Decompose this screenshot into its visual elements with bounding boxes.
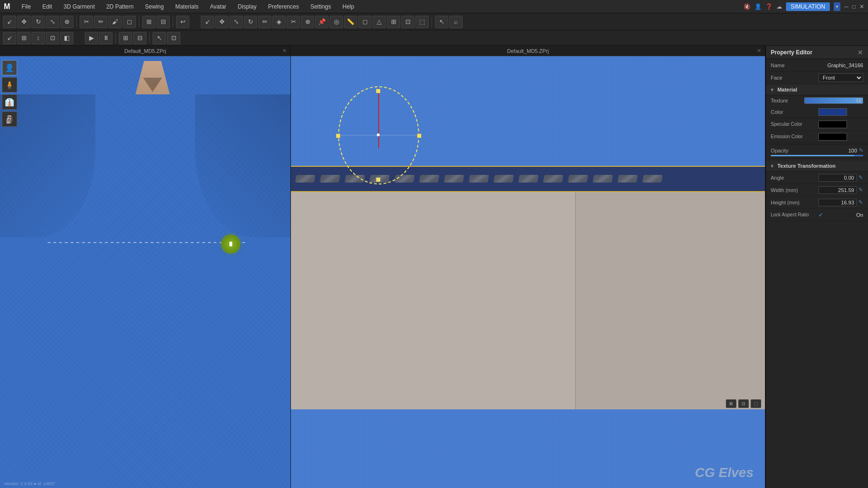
sim-dropdown-icon[interactable]: ▾ (834, 2, 840, 11)
2d-pen-btn[interactable]: ✏ (258, 16, 271, 28)
prop-specular-label: Specular Color (771, 122, 818, 127)
2d-zoom-btn[interactable]: ⌕ (449, 16, 463, 28)
handle-left[interactable] (336, 133, 341, 138)
menu-help[interactable]: Help (341, 2, 356, 11)
avatar-thumb-3[interactable]: 👔 (2, 94, 17, 110)
prop-width-edit-icon[interactable]: ✎ (858, 187, 863, 193)
2d-rotate-btn[interactable]: ↻ (244, 16, 257, 28)
2d-cursor-btn[interactable]: ↖ (435, 16, 448, 28)
2d-play-btn[interactable]: ▶ (85, 32, 98, 44)
handle-top[interactable] (376, 89, 381, 93)
menu-file[interactable]: File (20, 2, 32, 11)
undo-btn[interactable]: ↩ (176, 16, 189, 28)
tool-indicator[interactable] (221, 234, 240, 254)
2d-move-btn[interactable]: ✥ (215, 16, 228, 28)
menu-display[interactable]: Display (236, 2, 258, 11)
edit-tool-btn[interactable]: ✂ (80, 16, 93, 28)
move-tool-btn[interactable]: ✥ (17, 16, 31, 28)
2d-cursor2-btn[interactable]: ↖ (153, 32, 166, 44)
2d-scale-btn[interactable]: ⤡ (229, 16, 243, 28)
2d-layout-btn-3[interactable]: ⬚ (751, 399, 761, 408)
2d-internal-btn[interactable]: ◻ (358, 16, 372, 28)
texture-transform-section-header[interactable]: ▼ Texture Transformation (766, 161, 868, 172)
speaker-icon[interactable]: 🔇 (744, 3, 751, 10)
prop-face-label: Face (771, 75, 818, 81)
prop-emission-swatch[interactable] (818, 133, 847, 141)
prop-opacity-edit-icon[interactable]: ✎ (859, 147, 863, 153)
close-window-icon[interactable]: ✕ (859, 3, 864, 10)
2d-extra2-btn[interactable]: ⊡ (167, 32, 180, 44)
stitch-7 (444, 175, 465, 183)
menu-2d-pattern[interactable]: 2D Pattern (104, 2, 135, 11)
menu-sewing[interactable]: Sewing (143, 2, 165, 11)
menu-edit[interactable]: Edit (41, 2, 54, 11)
select-tool-btn[interactable]: ↙ (3, 16, 16, 28)
prop-width-input[interactable] (818, 186, 857, 194)
viewport-2d[interactable]: Default_MD5.ZPrj ✕ (291, 46, 765, 488)
prop-face-dropdown[interactable]: Front (818, 73, 863, 82)
menu-avatar[interactable]: Avatar (208, 2, 228, 11)
material-section-header[interactable]: ▼ Material (766, 84, 868, 95)
2d-sym-btn[interactable]: ⊟ (133, 32, 146, 44)
menu-preferences[interactable]: Preferences (266, 2, 301, 11)
3d-move2-btn[interactable]: ↕ (31, 32, 45, 44)
2d-extra-btn[interactable]: ⊡ (401, 16, 414, 28)
viewport-3d-close[interactable]: ✕ (282, 48, 287, 54)
2d-arrange2-btn[interactable]: ⊞ (119, 32, 132, 44)
prop-opacity-slider[interactable] (771, 155, 863, 156)
menu-materials[interactable]: Materials (173, 2, 200, 11)
simulation-button[interactable]: SIMULATION (786, 2, 830, 11)
prop-specular-swatch[interactable] (818, 121, 847, 128)
menu-3d-garment[interactable]: 3D Garment (62, 2, 96, 11)
2d-layout-btn-1[interactable]: ⊞ (726, 399, 736, 408)
brush-tool-btn[interactable]: 🖌 (108, 16, 122, 28)
prop-lock-aspect-checkbox[interactable]: ✓ (818, 212, 823, 218)
2d-nesting-btn[interactable]: ⬚ (415, 16, 429, 28)
2d-select-btn[interactable]: ↙ (201, 16, 214, 28)
avatar-thumb-1[interactable]: 👤 (2, 60, 17, 75)
prop-angle-input[interactable] (818, 174, 857, 182)
property-panel-close[interactable]: ✕ (858, 49, 863, 56)
transform-tool-btn[interactable]: ⊕ (60, 16, 73, 28)
prop-texture-bar[interactable]: ⟪⟫ (804, 97, 863, 104)
prop-color-swatch[interactable] (818, 108, 847, 116)
avatar-thumb-4[interactable]: 🗿 (2, 112, 17, 127)
2d-node-btn[interactable]: ◈ (272, 16, 286, 28)
menu-settings[interactable]: Settings (309, 2, 333, 11)
prop-height-input[interactable] (818, 199, 857, 206)
2d-cut-btn[interactable]: ✂ (287, 16, 300, 28)
2d-sew-btn[interactable]: ⊕ (301, 16, 314, 28)
maximize-icon[interactable]: □ (852, 3, 856, 10)
user-icon[interactable]: 👤 (754, 3, 762, 10)
avatar-thumb-2[interactable]: 🧍 (2, 77, 17, 92)
pen-tool-btn[interactable]: ✏ (94, 16, 107, 28)
2d-measure-btn[interactable]: 📏 (344, 16, 357, 28)
2d-layout-btn-2[interactable]: ⊡ (738, 399, 749, 408)
grid-btn[interactable]: ⊟ (156, 16, 170, 28)
handle-bottom[interactable] (376, 177, 381, 182)
prop-lock-aspect-row: Lock Aspect Ratio ✓ On (766, 209, 868, 221)
3d-select2-btn[interactable]: ↙ (3, 32, 16, 44)
cloud-icon[interactable]: ☁ (776, 3, 782, 10)
viewport-3d[interactable]: Default_MD5.ZPrj ✕ 👤 🧍 (0, 46, 291, 488)
2d-pause-btn[interactable]: ⏸ (99, 32, 113, 44)
prop-height-edit-icon[interactable]: ✎ (858, 199, 863, 205)
2d-pin-btn[interactable]: 📌 (315, 16, 329, 28)
scale-tool-btn[interactable]: ⤡ (46, 16, 59, 28)
main-area: Default_MD5.ZPrj ✕ 👤 🧍 (0, 46, 868, 488)
2d-snap-btn[interactable]: ◎ (330, 16, 343, 28)
snap-btn[interactable]: ⊞ (142, 16, 155, 28)
3d-pin2-btn[interactable]: ⊡ (46, 32, 59, 44)
3d-grid2-btn[interactable]: ⊞ (17, 32, 31, 44)
rotate-tool-btn[interactable]: ↻ (31, 16, 45, 28)
3d-arrange-btn[interactable]: ◧ (60, 32, 73, 44)
help-circle-icon[interactable]: ❓ (765, 3, 773, 10)
handle-right[interactable] (417, 133, 422, 138)
viewport-2d-close[interactable]: ✕ (757, 48, 761, 54)
prop-angle-edit-icon[interactable]: ✎ (858, 174, 863, 181)
3d-background (0, 56, 290, 488)
2d-texture-btn[interactable]: ⊞ (387, 16, 400, 28)
2d-fold-btn[interactable]: △ (372, 16, 386, 28)
minimize-icon[interactable]: ─ (844, 3, 848, 10)
eraser-tool-btn[interactable]: ◻ (123, 16, 136, 28)
